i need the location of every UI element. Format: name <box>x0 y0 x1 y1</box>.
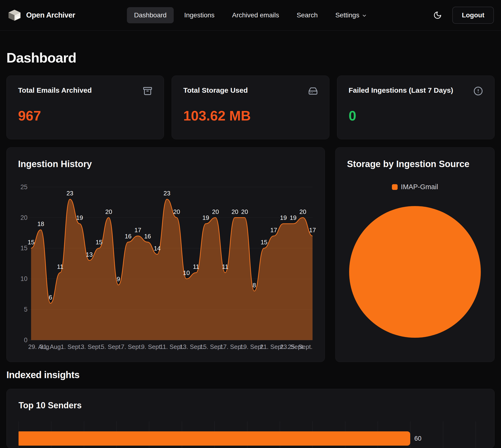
svg-text:13: 13 <box>86 251 93 258</box>
top-senders-title: Top 10 Senders <box>18 400 489 410</box>
svg-text:10: 10 <box>183 270 190 276</box>
insights-heading: Indexed insights <box>6 369 495 380</box>
gridline <box>476 421 476 448</box>
svg-text:19: 19 <box>280 214 287 221</box>
nav-item-label: Ingestions <box>184 11 215 19</box>
svg-text:6: 6 <box>49 294 52 301</box>
top-navbar: Open Archiver DashboardIngestionsArchive… <box>0 0 501 31</box>
brand-name: Open Archiver <box>26 11 75 19</box>
storage-pie-chart <box>349 206 481 338</box>
chevron-down-icon <box>362 13 367 18</box>
svg-text:7. Sept.: 7. Sept. <box>121 343 142 350</box>
svg-text:0: 0 <box>24 336 28 344</box>
svg-text:15: 15 <box>96 239 102 245</box>
nav-right: Logout <box>433 7 494 24</box>
moon-icon <box>433 11 442 19</box>
stat-value: 103.62 MB <box>183 108 318 124</box>
ingestion-history-chart: 0510152025151861123191315209161716142320… <box>18 176 313 352</box>
theme-toggle-button[interactable] <box>433 11 442 19</box>
stat-title: Total Emails Archived <box>18 86 92 94</box>
sender-bar-value: 60 <box>410 431 421 446</box>
nav-item-label: Dashboard <box>134 11 167 19</box>
svg-text:3. Sept.: 3. Sept. <box>81 343 102 350</box>
svg-text:23: 23 <box>163 190 170 196</box>
legend-swatch <box>392 184 398 190</box>
area-chart-svg: 0510152025151861123191315209161716142320… <box>18 176 313 352</box>
ingestion-history-card: Ingestion History 0510152025151861123191… <box>6 147 325 362</box>
svg-text:17: 17 <box>309 227 316 233</box>
svg-text:20: 20 <box>20 214 28 221</box>
nav-item-label: Settings <box>335 11 359 19</box>
hard-drive-icon <box>308 86 318 96</box>
gridline <box>443 421 443 448</box>
svg-text:18: 18 <box>37 221 44 227</box>
svg-text:23: 23 <box>66 190 73 196</box>
svg-text:25. Sept.: 25. Sept. <box>288 343 312 350</box>
legend-label: IMAP-Gmail <box>401 183 438 191</box>
svg-text:25: 25 <box>20 183 28 191</box>
svg-text:16: 16 <box>144 233 151 240</box>
charts-row: Ingestion History 0510152025151861123191… <box>6 147 495 362</box>
archive-icon <box>143 86 152 96</box>
alert-circle-icon <box>473 86 483 96</box>
stat-value: 0 <box>349 108 483 124</box>
pie-legend: IMAP-Gmail <box>347 183 483 191</box>
ingestion-history-title: Ingestion History <box>18 159 313 169</box>
svg-text:20: 20 <box>241 208 248 215</box>
stat-card-total-emails: Total Emails Archived 967 <box>6 76 164 139</box>
svg-text:20: 20 <box>105 208 112 215</box>
svg-text:9: 9 <box>117 276 120 282</box>
svg-text:15: 15 <box>20 245 28 252</box>
storage-by-source-card: Storage by Ingestion Source IMAP-Gmail <box>335 147 495 362</box>
svg-text:15: 15 <box>260 239 267 245</box>
stat-card-total-storage: Total Storage Used 103.62 MB <box>172 76 329 139</box>
svg-text:20: 20 <box>231 208 238 215</box>
svg-text:20: 20 <box>212 208 219 215</box>
top-senders-card: Top 10 Senders 60 <box>6 389 495 448</box>
nav-item-search[interactable]: Search <box>290 7 325 23</box>
svg-text:16: 16 <box>125 233 132 240</box>
svg-text:10: 10 <box>20 275 28 282</box>
app-logo-box-icon <box>7 9 22 21</box>
svg-text:11: 11 <box>57 263 64 270</box>
svg-text:5: 5 <box>24 306 28 313</box>
stat-title: Failed Ingestions (Last 7 Days) <box>349 86 453 94</box>
sender-bar <box>18 431 410 446</box>
nav-item-label: Search <box>297 11 318 19</box>
svg-text:20: 20 <box>173 208 180 215</box>
svg-text:17: 17 <box>270 227 277 233</box>
stat-title: Total Storage Used <box>183 86 248 94</box>
stat-cards-row: Total Emails Archived 967 Total Storage … <box>6 76 495 139</box>
nav-item-archived-emails[interactable]: Archived emails <box>225 7 286 23</box>
svg-text:11: 11 <box>222 263 228 270</box>
svg-text:14: 14 <box>154 245 161 252</box>
svg-text:1. Sept.: 1. Sept. <box>61 343 82 350</box>
nav-item-settings[interactable]: Settings <box>328 7 374 23</box>
stat-value: 967 <box>18 108 152 124</box>
svg-text:5. Sept.: 5. Sept. <box>101 343 122 350</box>
nav-item-ingestions[interactable]: Ingestions <box>177 7 222 23</box>
logout-button[interactable]: Logout <box>452 7 494 24</box>
storage-by-source-title: Storage by Ingestion Source <box>347 159 483 169</box>
svg-text:11: 11 <box>193 263 199 270</box>
main-content: Dashboard Total Emails Archived 967 Tota… <box>0 50 501 448</box>
top-senders-chart: 60 <box>18 421 489 448</box>
svg-text:31. Aug.: 31. Aug. <box>40 343 63 350</box>
svg-text:19: 19 <box>202 214 209 221</box>
nav-item-dashboard[interactable]: Dashboard <box>127 7 174 23</box>
svg-text:20: 20 <box>299 208 306 215</box>
svg-text:17: 17 <box>134 227 141 233</box>
svg-text:15: 15 <box>28 239 34 245</box>
svg-text:9. Sept.: 9. Sept. <box>141 343 162 350</box>
page-title: Dashboard <box>6 50 495 65</box>
svg-text:19: 19 <box>76 214 83 221</box>
stat-card-failed-ingestions: Failed Ingestions (Last 7 Days) 0 <box>337 76 495 139</box>
svg-text:8: 8 <box>253 282 256 288</box>
primary-nav: DashboardIngestionsArchived emailsSearch… <box>127 7 374 23</box>
nav-item-label: Archived emails <box>232 11 279 19</box>
brand: Open Archiver <box>7 9 75 21</box>
svg-text:19: 19 <box>290 214 297 221</box>
